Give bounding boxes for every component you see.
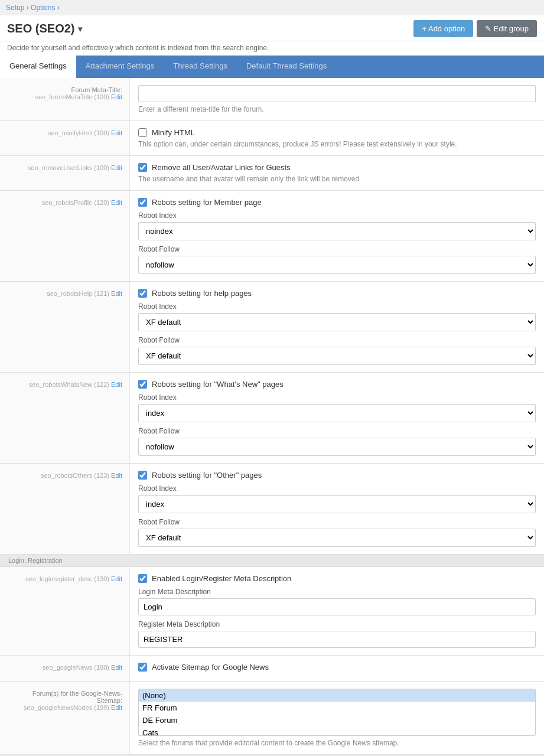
breadcrumb: Setup › Options › <box>0 0 544 15</box>
login-register-desc-code: seo_loginregister_desc (130) <box>25 575 109 582</box>
robots-profile-edit[interactable]: Edit <box>111 199 122 206</box>
robots-help-code: seo_robotsHelp (121) <box>47 290 109 297</box>
minify-html-content: Minify HTML This option can, under certa… <box>130 121 544 155</box>
remove-user-links-edit[interactable]: Edit <box>111 164 122 171</box>
google-news-nodes-row: Forum(s) for the Google-News-Sitemap: se… <box>0 682 544 755</box>
register-meta-field: Register Meta Description <box>138 620 536 648</box>
edit-group-button[interactable]: ✎ Edit group <box>477 20 537 37</box>
minify-html-checkbox-label: Minify HTML <box>152 128 195 137</box>
login-meta-field: Login Meta Description <box>138 588 536 615</box>
google-news-code: seo_googleNews (180) <box>43 664 109 671</box>
login-meta-input[interactable] <box>138 598 536 615</box>
robots-others-row: seo_robotsOthers (123) Edit Robots setti… <box>0 464 544 555</box>
robots-profile-checkbox[interactable] <box>138 198 147 207</box>
login-meta-label: Login Meta Description <box>138 588 536 596</box>
google-news-nodes-content: (None) FR Forum DE Forum Cats Select the… <box>130 682 544 754</box>
forum-meta-title-input[interactable] <box>138 85 536 102</box>
tab-attachment[interactable]: Attachment Settings <box>76 56 164 78</box>
google-news-checkbox[interactable] <box>138 663 147 672</box>
robots-whats-new-follow-select[interactable]: nofollow follow XF default <box>138 438 536 456</box>
robots-profile-row: seo_robotsProfile (120) Edit Robots sett… <box>0 191 544 282</box>
login-register-desc-content: Enabled Login/Register Meta Description … <box>130 567 544 655</box>
minify-html-checkbox[interactable] <box>138 128 147 137</box>
robots-help-edit[interactable]: Edit <box>111 290 122 297</box>
robots-profile-checkbox-label: Robots setting for Member page <box>152 198 262 207</box>
page-subtitle: Decide for yourself and effectively whic… <box>0 41 544 56</box>
robots-whats-new-index-select[interactable]: index noindex XF default <box>138 404 536 422</box>
robots-others-label: seo_robotsOthers (123) Edit <box>0 464 130 554</box>
robots-whats-new-checkbox[interactable] <box>138 380 147 389</box>
remove-user-links-checkbox-row: Remove all User/Avatar Links for Guests <box>138 163 536 172</box>
login-registration-divider: Login, Registration <box>0 555 544 567</box>
robots-help-content: Robots setting for help pages Robot Inde… <box>130 282 544 372</box>
forum-meta-title-row: Forum Meta-Title: seo_forumMetaTitle (10… <box>0 78 544 121</box>
breadcrumb-setup[interactable]: Setup <box>6 4 24 12</box>
google-news-nodes-title: Forum(s) for the Google-News-Sitemap: <box>32 690 122 704</box>
minify-html-code: seo_minifyHtml (100) <box>48 129 109 136</box>
robots-profile-index-select[interactable]: noindex index XF default <box>138 222 536 240</box>
robots-whats-new-follow-field: Robot Follow nofollow follow XF default <box>138 427 536 456</box>
robots-help-checkbox-label: Robots setting for help pages <box>152 289 252 298</box>
forum-meta-title-edit[interactable]: Edit <box>111 93 122 100</box>
robots-help-label: seo_robotsHelp (121) Edit <box>0 282 130 372</box>
remove-user-links-label: seo_removeUserLinks (100) Edit <box>0 156 130 190</box>
robots-help-index-select[interactable]: XF default noindex index <box>138 313 536 331</box>
robots-whats-new-content: Robots setting for "What's New" pages Ro… <box>130 373 544 463</box>
minify-html-label: seo_minifyHtml (100) Edit <box>0 121 130 155</box>
remove-user-links-hint: The username and that avatar will remain… <box>138 175 536 183</box>
minify-html-checkbox-row: Minify HTML <box>138 128 536 137</box>
robots-profile-follow-select[interactable]: nofollow follow XF default <box>138 256 536 274</box>
robots-help-index-label: Robot Index <box>138 302 536 311</box>
remove-user-links-row: seo_removeUserLinks (100) Edit Remove al… <box>0 156 544 191</box>
robots-others-index-field: Robot Index index noindex XF default <box>138 484 536 513</box>
robots-help-follow-label: Robot Follow <box>138 336 536 344</box>
robots-profile-content: Robots setting for Member page Robot Ind… <box>130 191 544 281</box>
robots-others-index-label: Robot Index <box>138 484 536 493</box>
robots-whats-new-edit[interactable]: Edit <box>111 381 122 388</box>
login-register-desc-row: seo_loginregister_desc (130) Edit Enable… <box>0 567 544 656</box>
title-dropdown-icon[interactable]: ▾ <box>78 24 82 34</box>
tab-thread[interactable]: Thread Settings <box>164 56 237 78</box>
forum-meta-title-hint: Enter a different meta-title for the for… <box>138 105 536 113</box>
google-news-nodes-edit[interactable]: Edit <box>111 704 122 711</box>
google-news-nodes-label: Forum(s) for the Google-News-Sitemap: se… <box>0 682 130 754</box>
robots-whats-new-code: seo_robotsWhatsNew (122) <box>29 381 109 388</box>
forum-meta-title-code: seo_forumMetaTitle (100) <box>35 93 109 100</box>
robots-profile-index-field: Robot Index noindex index XF default <box>138 211 536 240</box>
robots-others-code: seo_robotsOthers (123) <box>41 472 109 479</box>
register-meta-input[interactable] <box>138 631 536 648</box>
robots-others-content: Robots setting for "Other" pages Robot I… <box>130 464 544 554</box>
login-register-desc-checkbox-label: Enabled Login/Register Meta Description <box>152 574 291 583</box>
google-news-edit[interactable]: Edit <box>111 664 122 671</box>
breadcrumb-options[interactable]: Options <box>31 4 55 12</box>
google-news-content: Activate Sitemap for Google News <box>130 656 544 681</box>
google-news-nodes-code: seo_googleNewsNodes (199) <box>24 704 109 711</box>
robots-others-checkbox[interactable] <box>138 471 147 480</box>
robots-whats-new-label: seo_robotsWhatsNew (122) Edit <box>0 373 130 463</box>
remove-user-links-content: Remove all User/Avatar Links for Guests … <box>130 156 544 190</box>
forum-meta-title-label: Forum Meta-Title: seo_forumMetaTitle (10… <box>0 78 130 120</box>
robots-profile-index-label: Robot Index <box>138 211 536 220</box>
login-register-desc-checkbox[interactable] <box>138 574 147 583</box>
robots-help-follow-field: Robot Follow XF default nofollow follow <box>138 336 536 365</box>
login-register-desc-edit[interactable]: Edit <box>111 575 122 582</box>
add-option-button[interactable]: + Add option <box>413 20 473 37</box>
robots-whats-new-follow-label: Robot Follow <box>138 427 536 435</box>
google-news-nodes-listbox[interactable]: (None) FR Forum DE Forum Cats <box>138 689 536 736</box>
robots-help-follow-select[interactable]: XF default nofollow follow <box>138 347 536 365</box>
minify-html-edit[interactable]: Edit <box>111 129 122 136</box>
remove-user-links-checkbox-label: Remove all User/Avatar Links for Guests <box>152 163 291 172</box>
robots-others-checkbox-row: Robots setting for "Other" pages <box>138 471 536 480</box>
robots-others-follow-select[interactable]: XF default nofollow follow <box>138 529 536 547</box>
robots-others-index-select[interactable]: index noindex XF default <box>138 495 536 513</box>
robots-help-checkbox[interactable] <box>138 289 147 298</box>
tab-general[interactable]: General Settings <box>0 56 76 78</box>
remove-user-links-checkbox[interactable] <box>138 163 147 172</box>
robots-others-edit[interactable]: Edit <box>111 472 122 479</box>
login-register-desc-label: seo_loginregister_desc (130) Edit <box>0 567 130 655</box>
forum-meta-title-content: Enter a different meta-title for the for… <box>130 78 544 120</box>
google-news-checkbox-row: Activate Sitemap for Google News <box>138 663 536 672</box>
robots-help-checkbox-row: Robots setting for help pages <box>138 289 536 298</box>
register-meta-label: Register Meta Description <box>138 620 536 628</box>
tab-default-thread[interactable]: Default Thread Settings <box>237 56 336 78</box>
